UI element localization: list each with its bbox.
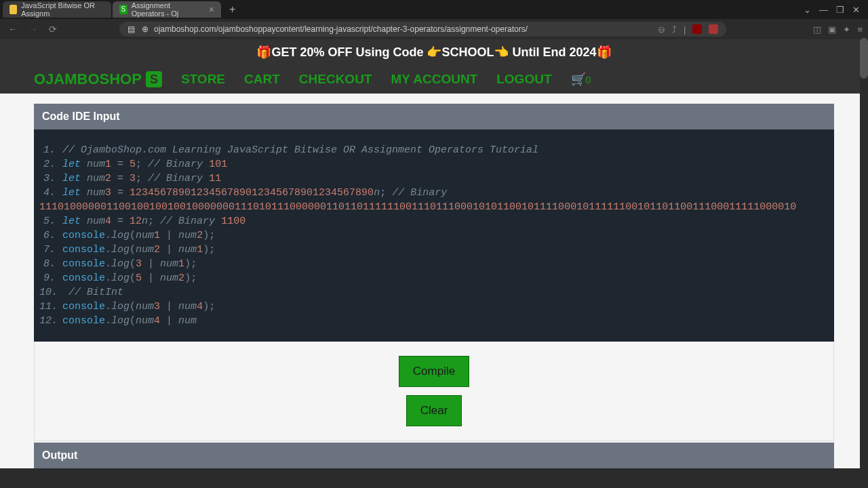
line-number: 2.	[39, 157, 56, 171]
tab-title: Assignment Operators - Oj	[132, 1, 205, 18]
line-number: 9.	[39, 271, 56, 285]
code-line[interactable]: 10. // BitInt	[39, 285, 829, 300]
code-line[interactable]: 9.console.log(5 | num2);	[39, 271, 829, 285]
reader-icon[interactable]: ▤	[127, 24, 135, 34]
tab-title: JavaScript Bitwise OR Assignm	[21, 1, 104, 18]
maximize-icon[interactable]: ❐	[836, 5, 844, 15]
extension-icon[interactable]	[709, 24, 718, 34]
clear-button[interactable]: Clear	[406, 395, 462, 426]
code-editor[interactable]: 1.// OjamboShop.com Learning JavaScript …	[34, 129, 834, 342]
tab-favicon	[9, 5, 17, 14]
code-line[interactable]: 8.console.log(3 | num1);	[39, 257, 829, 271]
zoom-icon[interactable]: ⊖	[658, 24, 665, 35]
reload-button[interactable]: ⟳	[46, 22, 60, 36]
customize-icon[interactable]: ✦	[843, 24, 850, 35]
line-number: 12.	[39, 314, 56, 328]
ide-output-header: Output	[34, 443, 834, 468]
share-icon[interactable]: ⤴	[672, 24, 677, 35]
tab-favicon: S	[119, 5, 127, 14]
nav-store[interactable]: STORE	[181, 72, 225, 87]
code-line[interactable]: 3.let num2 = 3; // Binary 11	[39, 171, 829, 186]
panel-icon[interactable]: ▣	[828, 24, 836, 35]
nav-checkout[interactable]: CHECKOUT	[299, 72, 372, 87]
code-line[interactable]: 12.console.log(num4 | num	[39, 314, 829, 328]
cart-icon[interactable]: 🛒0	[571, 72, 591, 87]
line-number: 6.	[39, 228, 56, 243]
nav-cart[interactable]: CART	[244, 72, 280, 87]
brand-text: OJAMBOSHOP	[34, 70, 142, 88]
nav-logout[interactable]: LOGOUT	[496, 72, 551, 87]
cart-count: 0	[586, 75, 591, 85]
minimize-icon[interactable]: —	[819, 5, 828, 15]
browser-toolbar: ← → ⟳ ▤ ⊕ ojamboshop.com/ojamboshoppayco…	[0, 19, 868, 39]
brand-icon: S	[146, 71, 162, 87]
tab-close-icon[interactable]: ×	[205, 4, 214, 15]
close-icon[interactable]: ✕	[852, 5, 860, 15]
forward-button: →	[26, 22, 41, 36]
promo-text: 🎁GET 20% OFF Using Code 👉SCHOOL👈 Until E…	[256, 45, 611, 59]
code-line[interactable]: 1110100000011001001001001000000011101011…	[39, 200, 829, 214]
line-number: 1.	[39, 143, 56, 157]
line-number: 4.	[39, 186, 56, 200]
nav-account[interactable]: MY ACCOUNT	[391, 72, 477, 87]
divider: |	[684, 24, 686, 35]
compile-button[interactable]: Compile	[399, 356, 469, 387]
code-line[interactable]: 7.console.log(num2 | num1);	[39, 243, 829, 257]
ide-input-header: Code IDE Input	[34, 104, 834, 129]
extension-ublock-icon[interactable]	[692, 24, 702, 34]
browser-tab-inactive[interactable]: JavaScript Bitwise OR Assignm	[3, 1, 111, 18]
chevron-down-icon[interactable]: ⌄	[804, 5, 811, 15]
url-text: ojamboshop.com/ojamboshoppaycontent/lear…	[154, 24, 658, 34]
menu-icon[interactable]: ≡	[857, 24, 863, 35]
code-line[interactable]: 11.console.log(num3 | num4);	[39, 300, 829, 314]
new-tab-button[interactable]: +	[222, 3, 242, 16]
line-number: 7.	[39, 243, 56, 257]
address-bar[interactable]: ▤ ⊕ ojamboshop.com/ojamboshoppaycontent/…	[119, 22, 726, 37]
line-number: 11.	[39, 300, 56, 314]
code-line[interactable]: 2.let num1 = 5; // Binary 101	[39, 157, 829, 171]
code-line[interactable]: 4.let num3 = 123456789012345678901234567…	[39, 186, 829, 200]
brand-logo[interactable]: OJAMBOSHOP S	[34, 70, 162, 88]
sidebar-icon[interactable]: ◫	[813, 24, 821, 35]
browser-titlebar: JavaScript Bitwise OR Assignm S Assignme…	[0, 0, 868, 19]
line-number: 3.	[39, 171, 56, 186]
line-number: 8.	[39, 257, 56, 271]
page-scrollbar[interactable]	[860, 38, 868, 488]
back-button[interactable]: ←	[5, 22, 20, 36]
code-line[interactable]: 6.console.log(num1 | num2);	[39, 228, 829, 243]
site-navbar: OJAMBOSHOP S STORE CART CHECKOUT MY ACCO…	[0, 65, 868, 94]
line-number: 5.	[39, 214, 56, 228]
browser-tab-active[interactable]: S Assignment Operators - Oj ×	[113, 1, 221, 18]
promo-banner: 🎁GET 20% OFF Using Code 👉SCHOOL👈 Until E…	[0, 39, 868, 65]
code-line[interactable]: 1.// OjamboShop.com Learning JavaScript …	[39, 143, 829, 157]
ide-buttons: Compile Clear	[34, 342, 834, 441]
code-line[interactable]: 5.let num4 = 12n; // Binary 1100	[39, 214, 829, 228]
line-number: 10.	[39, 285, 56, 300]
page-content: Code IDE Input 1.// OjamboShop.com Learn…	[0, 94, 868, 468]
site-info-icon[interactable]: ⊕	[142, 24, 149, 34]
scrollbar-thumb[interactable]	[860, 38, 868, 79]
